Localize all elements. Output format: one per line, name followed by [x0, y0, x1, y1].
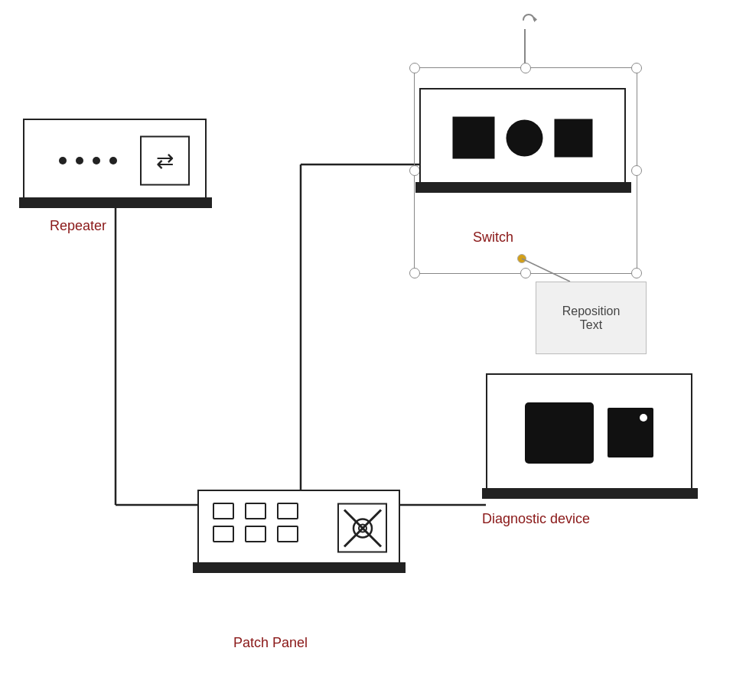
handle-bm[interactable] [520, 268, 531, 278]
handle-mr[interactable] [631, 165, 642, 176]
switch-device[interactable] [419, 88, 626, 187]
patch-symbol [337, 503, 387, 553]
diag-inner [525, 402, 653, 464]
patch-port [245, 503, 266, 519]
diag-sq-big [525, 402, 594, 464]
switch-circle [507, 119, 543, 156]
patch-ports [213, 503, 298, 542]
repeater-base [19, 197, 212, 208]
svg-line-6 [522, 259, 570, 282]
patch-port [213, 526, 234, 542]
repeater-label: Repeater [50, 218, 106, 234]
repeater-dot [76, 157, 83, 164]
switch-label: Switch [473, 230, 513, 246]
diagnostic-label: Diagnostic device [482, 511, 590, 527]
repeater-device[interactable]: ⇄ [23, 119, 207, 203]
repeater-dot [109, 157, 117, 164]
switch-inner [453, 117, 593, 159]
handle-tr[interactable] [631, 63, 642, 73]
switch-base [415, 182, 631, 193]
handle-bl[interactable] [409, 268, 420, 278]
svg-marker-5 [534, 17, 537, 22]
reposition-text: Reposition Text [562, 304, 621, 332]
repeater-dot [93, 157, 100, 164]
handle-tm[interactable] [520, 63, 531, 73]
reposition-tooltip: Reposition Text [536, 282, 647, 354]
repeater-icon: ⇄ [140, 136, 190, 186]
rotate-handle[interactable] [520, 11, 537, 28]
diag-base [482, 488, 698, 499]
repeater-dots [59, 157, 117, 164]
patch-panel-device[interactable] [197, 490, 400, 566]
patch-port [213, 503, 234, 519]
switch-sq2 [555, 119, 593, 157]
repeater-dot [59, 157, 67, 164]
patch-port [277, 503, 298, 519]
handle-br[interactable] [631, 268, 642, 278]
patch-label: Patch Panel [233, 635, 308, 651]
patch-port [245, 526, 266, 542]
handle-ml[interactable] [409, 165, 420, 176]
patch-base [193, 562, 406, 573]
text-anchor-dot[interactable] [517, 254, 526, 263]
diag-sq-small [608, 408, 653, 457]
diag-dot [640, 414, 647, 422]
patch-port [277, 526, 298, 542]
handle-tl[interactable] [409, 63, 420, 73]
rotate-line [524, 29, 526, 67]
diagnostic-device[interactable] [486, 373, 692, 492]
switch-sq1 [453, 117, 495, 159]
